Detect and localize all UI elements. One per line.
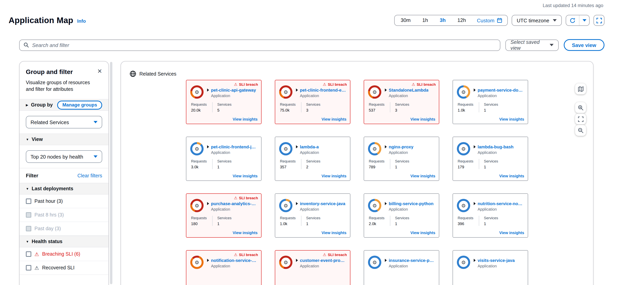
service-type-label: Application bbox=[478, 94, 524, 98]
sidebar-scrollbar[interactable] bbox=[110, 62, 112, 284]
save-view-button[interactable]: Save view bbox=[564, 39, 604, 51]
warning-icon: ⚠ bbox=[234, 196, 238, 200]
saved-view-label: Select saved view bbox=[510, 39, 550, 51]
view-insights-link[interactable]: View insights bbox=[499, 117, 524, 121]
service-name-link[interactable]: StandaloneLambda bbox=[389, 88, 428, 92]
view-select[interactable]: Top 20 nodes by health bbox=[26, 150, 102, 163]
services-value: 1 bbox=[217, 222, 234, 226]
divider bbox=[301, 159, 302, 169]
time-range-option[interactable]: 30m bbox=[395, 15, 416, 26]
health-status-toggle[interactable]: ▼ Health status bbox=[26, 239, 62, 244]
service-name-link[interactable]: payment-service-dotnet bbox=[478, 88, 524, 92]
service-card[interactable]: ⚠ SLI breach ⚙ billing-service-python bbox=[364, 194, 439, 238]
view-insights-link[interactable]: View insights bbox=[233, 117, 258, 121]
view-insights-link[interactable]: View insights bbox=[322, 117, 346, 121]
checkbox[interactable] bbox=[26, 226, 31, 231]
deployment-filter-option[interactable]: Past hour (3) bbox=[20, 194, 108, 208]
checkbox[interactable] bbox=[26, 265, 31, 270]
divider bbox=[390, 102, 390, 112]
timezone-dropdown[interactable]: UTC timezone bbox=[512, 15, 562, 26]
zoom-out-button[interactable] bbox=[575, 125, 586, 136]
service-card[interactable]: ⚠ SLI breach ⚙ pet-clinic-api-gateway bbox=[186, 80, 262, 124]
zoom-in-icon bbox=[578, 105, 584, 110]
view-insights-link[interactable]: View insights bbox=[410, 117, 435, 121]
view-toggle[interactable]: ▼ View bbox=[26, 137, 43, 142]
service-card[interactable]: ⚠ SLI breach ⚙ payment-service-dotnet bbox=[452, 80, 528, 124]
service-card[interactable]: ⚠ SLI breach ⚙ purchase-analytics-en... bbox=[186, 194, 262, 238]
time-range-option[interactable]: 12h bbox=[452, 15, 472, 26]
service-card[interactable]: ⚠ SLI breach ⚙ nutrition-service-nodejs bbox=[452, 194, 528, 238]
refresh-options-button[interactable] bbox=[579, 15, 589, 26]
services-label: Services bbox=[306, 159, 323, 163]
service-name-link[interactable]: visits-service-java bbox=[478, 258, 515, 263]
service-health-ring-icon: ⚙ bbox=[457, 256, 470, 269]
service-card[interactable]: ⚠ SLI breach ⚙ lambda-bug-bash Appli bbox=[452, 137, 528, 181]
saved-view-select[interactable]: Select saved view bbox=[506, 39, 559, 51]
service-card[interactable]: ⚠ SLI breach ⚙ insurance-service-pyth... bbox=[364, 250, 439, 285]
service-name-link[interactable]: pet-clinic-frontend-java bbox=[211, 144, 257, 149]
map-legend-button[interactable] bbox=[575, 84, 586, 94]
deployment-filter-option[interactable]: Past day (3) bbox=[20, 222, 108, 236]
last-deployments-header: ▼ Last deployments bbox=[20, 183, 108, 194]
chevron-down-icon bbox=[582, 19, 586, 22]
gear-icon: ⚙ bbox=[284, 146, 288, 151]
service-name-link[interactable]: nutrition-service-nodejs bbox=[478, 201, 524, 206]
service-name-link[interactable]: pet-clinic-frontend-ec... bbox=[300, 88, 346, 92]
service-card[interactable]: ⚠ SLI breach ⚙ customer-event-proce... bbox=[275, 250, 350, 285]
service-card[interactable]: ⚠ SLI breach ⚙ pet-clinic-frontend-ec... bbox=[275, 80, 350, 124]
view-insights-link[interactable]: View insights bbox=[322, 230, 346, 235]
map-tools bbox=[575, 84, 586, 136]
service-name-link[interactable]: pet-clinic-api-gateway bbox=[211, 88, 256, 92]
view-insights-link[interactable]: View insights bbox=[499, 230, 524, 235]
search-input[interactable] bbox=[32, 42, 496, 48]
service-name-link[interactable]: purchase-analytics-en... bbox=[211, 201, 257, 206]
view-insights-link[interactable]: View insights bbox=[233, 174, 258, 178]
time-range-option[interactable]: 3h bbox=[434, 15, 452, 26]
service-card[interactable]: ⚠ SLI breach ⚙ visits-service-java A bbox=[452, 250, 528, 285]
group-by-toggle[interactable]: ▶ Group by bbox=[26, 102, 53, 108]
service-name-link[interactable]: lambda-a bbox=[300, 144, 319, 149]
service-name-link[interactable]: insurance-service-pyth... bbox=[389, 258, 435, 263]
service-name-link[interactable]: nginx-proxy bbox=[389, 144, 414, 149]
fit-to-screen-button[interactable] bbox=[575, 114, 586, 124]
health-filter-option[interactable]: ⚠ Breaching SLI (6) bbox=[20, 248, 108, 261]
view-insights-link[interactable]: View insights bbox=[233, 230, 258, 235]
custom-time-range-button[interactable]: Custom bbox=[472, 18, 507, 23]
last-deployments-toggle[interactable]: ▼ Last deployments bbox=[26, 186, 73, 192]
health-filter-option[interactable]: ⚠ Recovered SLI bbox=[20, 261, 108, 275]
manage-groups-button[interactable]: Manage groups bbox=[57, 100, 102, 110]
close-icon[interactable]: ✕ bbox=[97, 68, 102, 75]
service-name-link[interactable]: notification-service-java bbox=[211, 258, 257, 263]
checkbox[interactable] bbox=[26, 212, 31, 218]
service-name-link[interactable]: customer-event-proce... bbox=[300, 258, 346, 263]
checkbox[interactable] bbox=[26, 251, 31, 257]
service-card[interactable]: ⚠ SLI breach ⚙ inventory-service-java bbox=[275, 194, 350, 238]
services-value: 1 bbox=[484, 165, 501, 169]
group-by-select[interactable]: Related Services bbox=[26, 116, 102, 128]
fullscreen-button[interactable] bbox=[594, 15, 604, 26]
info-link[interactable]: Info bbox=[77, 18, 86, 25]
view-insights-link[interactable]: View insights bbox=[499, 174, 524, 178]
checkbox[interactable] bbox=[26, 198, 31, 204]
time-range-option[interactable]: 1h bbox=[416, 15, 434, 26]
requests-value: 537 bbox=[369, 108, 386, 112]
refresh-button[interactable] bbox=[566, 15, 579, 26]
deployment-filter-option[interactable]: Past 8 hrs (3) bbox=[20, 208, 108, 222]
service-card[interactable]: ⚠ SLI breach ⚙ pet-clinic-frontend-java bbox=[186, 137, 262, 181]
service-name-link[interactable]: inventory-service-java bbox=[300, 201, 345, 206]
service-card[interactable]: ⚠ SLI breach ⚙ notification-service-java bbox=[186, 250, 262, 285]
view-insights-link[interactable]: View insights bbox=[410, 174, 435, 178]
card-stats: Requests 789 Services 1 bbox=[369, 159, 435, 169]
card-stats: Requests 2.0k Services 1 bbox=[369, 216, 435, 226]
zoom-in-button[interactable] bbox=[575, 102, 586, 113]
service-card[interactable]: ⚠ SLI breach ⚙ nginx-proxy Applicati bbox=[364, 137, 439, 181]
service-card[interactable]: ⚠ SLI breach ⚙ StandaloneLambda Appl bbox=[364, 80, 439, 124]
clear-filters-link[interactable]: Clear filters bbox=[78, 173, 102, 178]
service-card[interactable]: ⚠ SLI breach ⚙ lambda-a Application bbox=[275, 137, 350, 181]
view-insights-link[interactable]: View insights bbox=[322, 174, 346, 178]
services-label: Services bbox=[306, 102, 323, 106]
services-label: Services bbox=[217, 216, 234, 220]
view-insights-link[interactable]: View insights bbox=[410, 230, 435, 235]
service-name-link[interactable]: lambda-bug-bash bbox=[478, 144, 514, 149]
service-name-link[interactable]: billing-service-python bbox=[389, 201, 434, 206]
